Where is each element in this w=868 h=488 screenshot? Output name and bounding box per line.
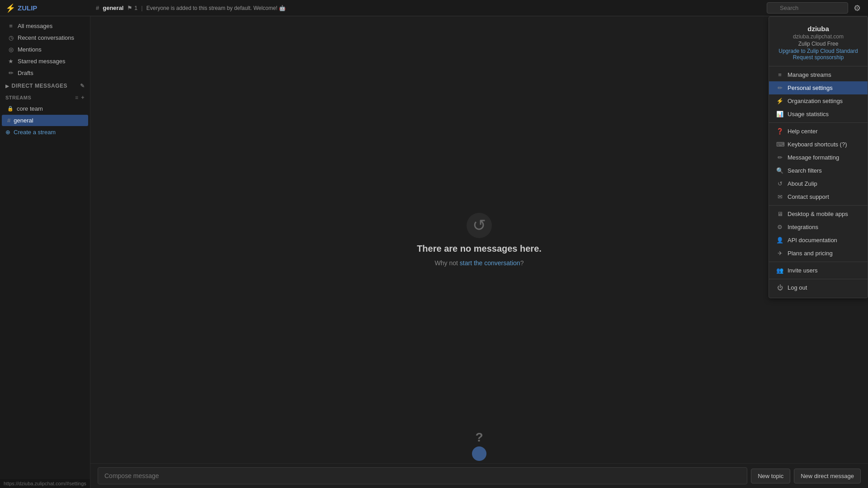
stream-description: Everyone is added to this stream by defa… — [146, 5, 286, 11]
dropdown-divider-1 — [769, 122, 868, 123]
usage-stats-icon: 📊 — [776, 111, 783, 117]
dropdown-plan: Zulip Cloud Free — [776, 41, 860, 47]
settings-gear-icon[interactable]: ⚙ — [852, 1, 863, 15]
topbar: ⚡ ZULIP # general ⚑ 1 | Everyone is adde… — [0, 0, 868, 16]
sidebar-item-mentions[interactable]: ◎ Mentions — [2, 44, 88, 55]
dropdown-item-organization-settings[interactable]: ⚡ Organization settings — [769, 94, 868, 108]
keyboard-icon: ⌨ — [776, 141, 783, 148]
manage-streams-icon: ≡ — [776, 71, 783, 78]
sidebar-item-label: Drafts — [18, 70, 33, 76]
new-direct-message-button[interactable]: New direct message — [794, 469, 861, 483]
dropdown-item-integrations[interactable]: ⚙ Integrations — [769, 221, 868, 234]
dropdown-item-invite-users[interactable]: 👥 Invite users — [769, 264, 868, 277]
dropdown-item-label: Search filters — [788, 167, 822, 174]
stream-item-core-team[interactable]: 🔒 core team — [2, 103, 88, 114]
sidebar: ≡ All messages ◷ Recent conversations ◎ … — [0, 16, 90, 488]
main-content: ↺ There are no messages here. Why not st… — [90, 16, 868, 488]
sidebar-item-label: All messages — [18, 23, 52, 29]
dropdown-item-label: Message formatting — [788, 154, 839, 161]
dm-section-label: DIRECT MESSAGES — [12, 83, 68, 89]
dropdown-item-log-out[interactable]: ⏻ Log out — [769, 281, 868, 294]
search-input[interactable] — [767, 2, 848, 14]
sidebar-item-drafts[interactable]: ✏ Drafts — [2, 67, 88, 79]
compose-input[interactable] — [98, 467, 747, 484]
new-topic-button[interactable]: New topic — [751, 469, 790, 483]
stream-item-general[interactable]: # general — [2, 115, 88, 126]
sidebar-item-starred[interactable]: ★ Starred messages — [2, 56, 88, 67]
dropdown-item-personal-settings[interactable]: ✏ Personal settings — [769, 81, 868, 94]
dropdown-item-usage-statistics[interactable]: 📊 Usage statistics — [769, 108, 868, 121]
dropdown-item-message-formatting[interactable]: ✏ Message formatting — [769, 151, 868, 164]
stream-users-count: ⚑ 1 — [127, 5, 137, 11]
direct-messages-section-header: ▶ DIRECT MESSAGES ✎ — [0, 79, 90, 91]
sidebar-item-label: Starred messages — [18, 58, 66, 65]
search-filters-icon: 🔍 — [776, 167, 783, 174]
dropdown-item-label: Manage streams — [788, 71, 831, 78]
statusbar: https://dziuba.zulipchat.com/#settings — [0, 479, 90, 488]
recent-conversations-icon: ◷ — [7, 34, 14, 41]
no-messages-text: There are no messages here. — [417, 244, 542, 254]
invite-icon: 👥 — [776, 267, 783, 274]
dropdown-item-plans-pricing[interactable]: ✈ Plans and pricing — [769, 247, 868, 260]
dropdown-sponsor-link[interactable]: Request sponsorship — [776, 54, 860, 61]
dropdown-divider-4 — [769, 279, 868, 279]
dropdown-item-keyboard-shortcuts[interactable]: ⌨ Keyboard shortcuts (?) — [769, 138, 868, 151]
streams-section-header: STREAMS ≡ + — [0, 91, 90, 103]
desktop-icon: 🖥 — [776, 211, 783, 217]
dropdown-divider-3 — [769, 262, 868, 262]
dropdown-item-help-center[interactable]: ❓ Help center — [769, 125, 868, 138]
help-circle[interactable] — [472, 446, 486, 461]
help-bubble: ? — [472, 430, 486, 461]
dropdown-item-api-docs[interactable]: 👤 API documentation — [769, 234, 868, 247]
logo-area: ⚡ ZULIP — [0, 3, 90, 13]
sidebar-item-all-messages[interactable]: ≡ All messages — [2, 20, 88, 32]
dropdown-divider-2 — [769, 205, 868, 206]
dropdown-item-label: Usage statistics — [788, 111, 829, 117]
dropdown-item-about-zulip[interactable]: ↺ About Zulip — [769, 177, 868, 190]
integrations-icon: ⚙ — [776, 224, 783, 230]
zulip-logo-icon: ⚡ — [5, 3, 15, 13]
dropdown-upgrade-link[interactable]: Upgrade to Zulip Cloud Standard — [776, 48, 860, 54]
search-container[interactable]: 🔍 — [767, 2, 848, 14]
all-messages-icon: ≡ — [7, 23, 14, 29]
direct-messages-toggle[interactable]: ▶ DIRECT MESSAGES — [5, 83, 67, 89]
no-messages-sub-prefix: Why not — [435, 259, 460, 267]
dropdown-item-label: Organization settings — [788, 98, 843, 104]
no-messages-sub-suffix: ? — [520, 259, 524, 267]
create-stream-button[interactable]: ⊕ Create a stream — [0, 127, 90, 138]
streams-filter-icon[interactable]: ≡ — [75, 94, 79, 101]
dropdown-item-contact-support[interactable]: ✉ Contact support — [769, 190, 868, 203]
zulip-logo-text: ZULIP — [18, 4, 37, 12]
sidebar-item-label: Recent conversations — [18, 34, 74, 41]
dropdown-item-label: Integrations — [788, 224, 818, 230]
dropdown-item-search-filters[interactable]: 🔍 Search filters — [769, 164, 868, 177]
dropdown-user-section: dziuba dziuba.zulipchat.com Zulip Cloud … — [769, 20, 868, 66]
help-center-icon: ❓ — [776, 128, 783, 135]
messages-area: ↺ There are no messages here. Why not st… — [90, 16, 868, 463]
about-icon: ↺ — [776, 180, 783, 187]
personal-settings-icon: ✏ — [776, 84, 783, 91]
dropdown-item-label: About Zulip — [788, 180, 817, 187]
streams-header-icons: ≡ + — [75, 94, 85, 101]
starred-icon: ★ — [7, 58, 14, 65]
api-icon: 👤 — [776, 237, 783, 244]
sidebar-item-recent-conversations[interactable]: ◷ Recent conversations — [2, 32, 88, 43]
stream-name: general — [14, 117, 33, 124]
stream-name-header[interactable]: general — [103, 5, 123, 11]
drafts-icon: ✏ — [7, 70, 14, 76]
start-conversation-link[interactable]: start the conversation — [460, 259, 520, 267]
status-url: https://dziuba.zulipchat.com/#settings — [4, 481, 86, 486]
org-settings-icon: ⚡ — [776, 98, 783, 104]
dropdown-menu: dziuba dziuba.zulipchat.com Zulip Cloud … — [769, 16, 868, 298]
dm-compose-icon[interactable]: ✎ — [80, 83, 85, 89]
dropdown-item-desktop-mobile[interactable]: 🖥 Desktop & mobile apps — [769, 207, 868, 221]
sidebar-item-label: Mentions — [18, 46, 42, 53]
help-question-mark: ? — [475, 430, 483, 445]
dropdown-item-label: Contact support — [788, 193, 829, 200]
zulip-logo[interactable]: ⚡ ZULIP — [5, 3, 37, 13]
streams-section-label: STREAMS — [5, 95, 31, 100]
formatting-icon: ✏ — [776, 154, 783, 161]
dm-arrow-icon: ▶ — [5, 84, 9, 89]
dropdown-item-manage-streams[interactable]: ≡ Manage streams — [769, 68, 868, 81]
streams-add-icon[interactable]: + — [81, 94, 85, 101]
